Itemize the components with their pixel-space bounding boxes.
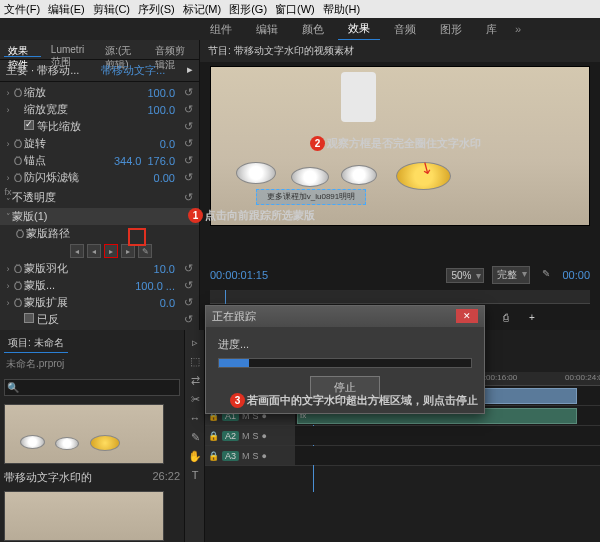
prop-mask-expand[interactable]: 蒙版扩展 [24,295,160,310]
tool-palette: ▹ ⬚ ⇄ ✂ ↔ ✎ ✋ T [185,330,205,542]
prop-maskexp-value[interactable]: 0.0 [160,297,181,309]
project-tab[interactable]: 项目: 未命名 [4,334,68,353]
menu-help[interactable]: 帮助(H) [323,2,360,16]
annotation-box-1 [128,228,146,246]
annotation-1: 1点击向前跟踪所选蒙版 [188,208,315,223]
preview-timecode[interactable]: 00:00:01:15 [210,269,268,281]
progress-label: 进度... [218,337,472,352]
track-wrench-icon[interactable]: ✎ [138,244,152,258]
clip-label: 带移动文字水印的 [4,471,92,483]
selection-tool-icon[interactable]: ▹ [187,334,203,350]
prop-anchor-x[interactable]: 344.0 [114,155,148,167]
panel-tab-audio-mixer[interactable]: 音频剪辑混 [151,42,195,57]
preview-scrubber[interactable] [210,290,590,304]
preview-object [341,72,376,122]
track-a2: 🔒A2MS● [205,426,600,446]
clip-thumbnail-2[interactable] [4,491,164,541]
export-frame-icon[interactable]: ⎙ [496,310,516,326]
uniform-scale-label: 等比缩放 [37,120,81,132]
menu-sequence[interactable]: 序列(S) [138,2,175,16]
ruler-tick: 00:00:24:00 [565,373,600,382]
prop-scale-width[interactable]: 缩放宽度 [24,102,147,117]
panel-tab-effect-controls[interactable]: 效果控件 [4,42,41,57]
clip-duration: 26:22 [152,470,180,482]
mask-selection-box[interactable]: 更多课程加v_lu0891明明 [256,189,366,205]
source-seq-label[interactable]: 带移动文字... [101,63,165,78]
tab-color[interactable]: 颜色 [292,19,334,40]
track-select-tool-icon[interactable]: ⬚ [187,353,203,369]
razor-tool-icon[interactable]: ✂ [187,391,203,407]
progress-bar [218,358,472,368]
zoom-dropdown[interactable]: 50% [446,268,484,283]
prop-anchor-y[interactable]: 176.0 [147,155,181,167]
settings-icon[interactable]: ✎ [538,268,554,282]
menu-edit[interactable]: 编辑(E) [48,2,85,16]
prop-flicker[interactable]: 防闪烁滤镜 [24,170,154,185]
prop-rotate-value[interactable]: 0.0 [160,138,181,150]
track-a3: 🔒A3MS● [205,446,600,466]
prop-flicker-value[interactable]: 0.00 [154,172,181,184]
type-tool-icon[interactable]: T [187,467,203,483]
menu-clip[interactable]: 剪辑(C) [93,2,130,16]
search-input[interactable] [4,379,180,396]
panel-tab-source[interactable]: 源:(无剪辑) [101,42,145,57]
pen-tool-icon[interactable]: ✎ [187,429,203,445]
prop-maskop-value[interactable]: 100.0 ... [135,280,181,292]
sequence-title: 节目: 带移动文字水印的视频素材 [200,40,600,62]
reset-icon[interactable]: ↺ [181,86,195,99]
annotation-3: 3若画面中的文字水印超出方框区域，则点击停止 [230,393,478,408]
dialog-close-button[interactable]: ✕ [456,309,478,323]
slip-tool-icon[interactable]: ↔ [187,410,203,426]
tab-library[interactable]: 库 [476,19,507,40]
prop-mask[interactable]: 蒙版(1) [12,209,195,224]
inverted-label: 已反 [37,313,59,325]
prop-feather-value[interactable]: 10.0 [154,263,181,275]
prop-scale-value[interactable]: 100.0 [147,87,181,99]
quality-dropdown[interactable]: 完整 [492,266,530,284]
prop-mask-path[interactable]: 蒙版路径 [26,226,195,241]
menu-window[interactable]: 窗口(W) [275,2,315,16]
prop-anchor[interactable]: 锚点 [24,153,114,168]
menu-mark[interactable]: 标记(M) [183,2,222,16]
effect-controls-panel: 效果控件 Lumetri 范围 源:(无剪辑) 音频剪辑混 主要 · 带移动..… [0,40,200,330]
annotation-2: 2观察方框是否完全圈住文字水印 [310,136,481,151]
tab-audio[interactable]: 音频 [384,19,426,40]
uniform-scale-checkbox[interactable] [24,120,34,130]
track-badge-a2[interactable]: A2 [222,431,239,441]
clip-thumbnail[interactable] [4,404,164,464]
source-main-label: 主要 · 带移动... [6,63,79,78]
dialog-title-label: 正在跟踪 [212,309,256,324]
tab-assembly[interactable]: 组件 [200,19,242,40]
workspace-tabs: 组件 编辑 颜色 效果 音频 图形 库 » [0,18,600,40]
track-back-icon[interactable]: ◂ [70,244,84,258]
project-name: 未命名.prproj [4,353,180,375]
track-forward-button[interactable]: ▸ [104,244,118,258]
add-icon[interactable]: + [522,310,542,326]
ripple-tool-icon[interactable]: ⇄ [187,372,203,388]
menu-bar: 文件(F) 编辑(E) 剪辑(C) 序列(S) 标记(M) 图形(G) 窗口(W… [0,0,600,18]
menu-graphic[interactable]: 图形(G) [229,2,267,16]
prop-mask-opacity[interactable]: 蒙版... [24,278,135,293]
track-prev-icon[interactable]: ◂ [87,244,101,258]
property-list: ›Ö缩放100.0↺ ›缩放宽度100.0↺ 等比缩放↺ ›Ö旋转0.0↺ Ö锚… [0,82,199,330]
tab-effects[interactable]: 效果 [338,18,380,41]
prop-scalew-value[interactable]: 100.0 [147,104,181,116]
project-panel: 项目: 未命名 未命名.prproj 带移动文字水印的26:22 [0,330,185,542]
track-badge-a3[interactable]: A3 [222,451,239,461]
inverted-checkbox[interactable] [24,313,34,323]
program-monitor: 节目: 带移动文字水印的视频素材 更多课程加v_lu0891明明 00:00:0… [200,40,600,330]
prop-scale[interactable]: 缩放 [24,85,147,100]
tabs-overflow[interactable]: » [515,23,521,35]
prop-opacity[interactable]: 不透明度 [12,190,181,205]
track-next-icon[interactable]: ▸ [121,244,135,258]
preview-end-tc: 00:00 [562,269,590,281]
menu-file[interactable]: 文件(F) [4,2,40,16]
panel-tab-lumetri[interactable]: Lumetri 范围 [47,42,95,57]
tab-edit[interactable]: 编辑 [246,19,288,40]
prop-rotate[interactable]: 旋转 [24,136,160,151]
tab-graphics[interactable]: 图形 [430,19,472,40]
hand-tool-icon[interactable]: ✋ [187,448,203,464]
prop-feather[interactable]: 蒙版羽化 [24,261,154,276]
source-play-icon[interactable]: ▸ [187,63,193,78]
